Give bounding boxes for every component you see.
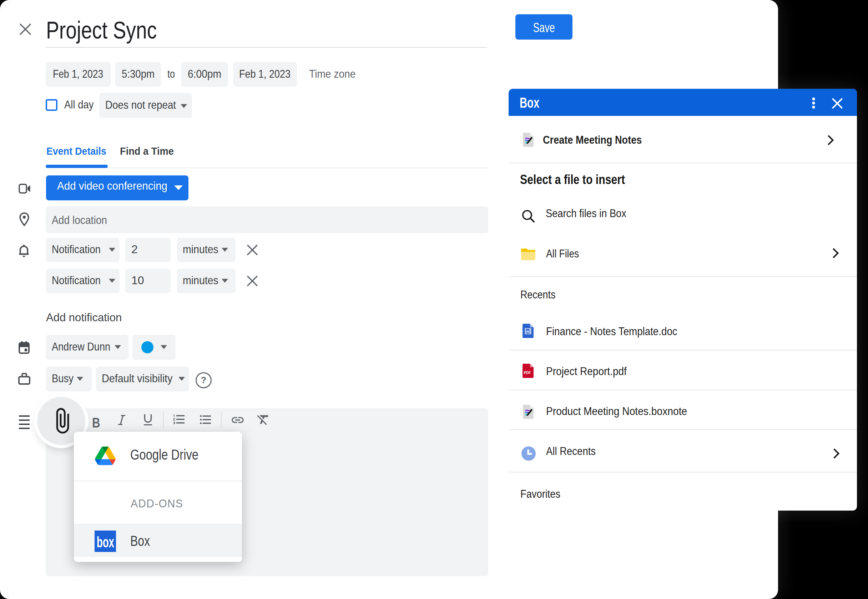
svg-text:PDF: PDF	[524, 371, 531, 375]
svg-text:W: W	[526, 330, 529, 333]
